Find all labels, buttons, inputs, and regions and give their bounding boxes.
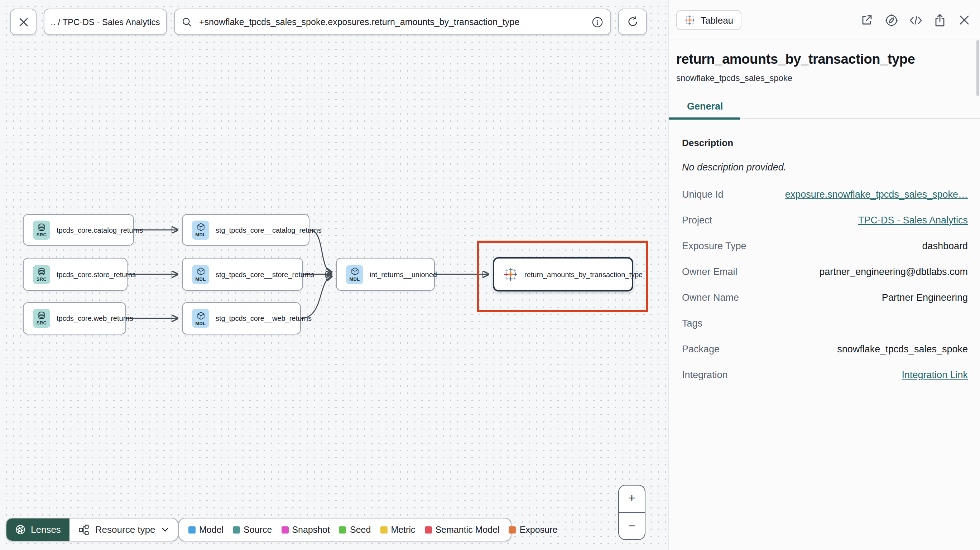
source-icon: SRC xyxy=(33,308,50,328)
open-external-button[interactable] xyxy=(860,13,874,27)
search-input[interactable] xyxy=(198,16,586,27)
model-icon: MDL xyxy=(346,265,363,284)
exposure-package-subtitle: snowflake_tpcds_sales_spoke xyxy=(676,73,973,83)
legend-item-source: Source xyxy=(233,525,272,535)
graph-node-source-web-returns[interactable]: SRC tpcds_core.web_returns xyxy=(23,302,126,334)
close-lineage-button[interactable] xyxy=(10,9,37,35)
code-button[interactable] xyxy=(908,13,923,27)
node-type-badge: SRC xyxy=(37,320,47,325)
panel-scrollbar[interactable] xyxy=(977,40,979,96)
share-button[interactable] xyxy=(933,13,947,27)
breadcrumb[interactable]: .. / TPC-DS - Sales Analytics xyxy=(44,9,167,35)
panel-tabs: General xyxy=(669,101,980,119)
node-label: tpcds_core.web_returns xyxy=(57,315,133,322)
info-icon[interactable]: i xyxy=(592,16,603,27)
resource-type-label: Resource type xyxy=(95,524,156,535)
legend-swatch xyxy=(509,526,516,533)
node-type-badge: MDL xyxy=(349,277,360,281)
search-icon xyxy=(182,17,192,27)
node-type-badge: SRC xyxy=(37,232,47,237)
legend-label: Exposure xyxy=(520,525,558,535)
resource-type-legend: Model Source Snapshot Seed Metric Semant… xyxy=(178,518,511,541)
integration-link[interactable]: Integration Link xyxy=(902,369,968,380)
unique-id-link[interactable]: exposure.snowflake_tpcds_sales_spoke… xyxy=(785,189,968,199)
panel-header: Tableau xyxy=(669,0,980,39)
legend-swatch xyxy=(281,526,288,533)
graph-node-stg-catalog-returns[interactable]: MDL stg_tpcds_core__catalog_returns xyxy=(182,214,309,246)
zoom-out-button[interactable]: − xyxy=(619,513,645,540)
refresh-lineage-button[interactable] xyxy=(618,9,647,35)
field-row-project: Project TPC-DS - Sales Analytics xyxy=(682,207,968,233)
legend-label: Source xyxy=(243,525,272,535)
legend-item-snapshot: Snapshot xyxy=(281,525,330,535)
legend-label: Metric xyxy=(391,525,415,535)
zoom-in-button[interactable]: + xyxy=(619,486,645,512)
field-label: Integration xyxy=(682,369,728,380)
field-row-owner-name: Owner Name Partner Engineering xyxy=(682,284,968,310)
metadata-fields: Unique Id exposure.snowflake_tpcds_sales… xyxy=(682,181,968,388)
source-icon: SRC xyxy=(33,265,50,284)
resource-type-dropdown[interactable]: Resource type xyxy=(70,518,178,541)
svg-text:i: i xyxy=(597,18,598,26)
graph-node-source-catalog-returns[interactable]: SRC tpcds_core.catalog_returns xyxy=(23,214,134,246)
field-label: Exposure Type xyxy=(682,240,746,251)
panel-header-actions xyxy=(860,13,971,27)
dbt-explorer-lineage-page: SRC tpcds_core.catalog_returns SRC tpcds… xyxy=(0,0,980,550)
field-row-package: Package snowflake_tpcds_sales_spoke xyxy=(682,336,968,362)
field-label: Project xyxy=(682,215,712,225)
field-row-unique-id: Unique Id exposure.snowflake_tpcds_sales… xyxy=(682,181,968,207)
field-label: Owner Email xyxy=(682,266,738,277)
graph-node-stg-web-returns[interactable]: MDL stg_tpcds_core__web_returns xyxy=(182,302,301,334)
field-value: snowflake_tpcds_sales_spoke xyxy=(837,343,968,354)
node-type-badge: SRC xyxy=(37,276,47,281)
description-empty-text: No description provided. xyxy=(682,162,968,173)
lenses-control-group: Lenses Resource type xyxy=(6,518,178,541)
node-label: stg_tpcds_core__store_returns xyxy=(216,270,315,278)
graph-node-exposure-selected[interactable]: return_amounts_by_transaction_type xyxy=(493,257,633,291)
exposure-title: return_amounts_by_transaction_type xyxy=(676,52,973,67)
close-panel-button[interactable] xyxy=(957,13,971,27)
node-label: return_amounts_by_transaction_type xyxy=(524,270,643,278)
aperture-icon xyxy=(15,524,26,535)
node-label: tpcds_core.store_returns xyxy=(57,270,136,278)
field-label: Owner Name xyxy=(682,292,739,302)
breadcrumb-label: .. / TPC-DS - Sales Analytics xyxy=(51,17,160,27)
lineage-search-bar[interactable]: i xyxy=(174,9,611,35)
chevron-down-icon xyxy=(161,526,169,534)
legend-swatch xyxy=(339,526,346,533)
graph-node-source-store-returns[interactable]: SRC tpcds_core.store_returns xyxy=(23,258,127,291)
explore-compass-button[interactable] xyxy=(884,13,898,27)
resource-type-icon xyxy=(78,524,89,535)
field-value: partner_engineering@dbtlabs.com xyxy=(819,266,968,277)
project-link[interactable]: TPC-DS - Sales Analytics xyxy=(858,215,968,225)
legend-item-semantic-model: Semantic Model xyxy=(425,525,499,535)
field-row-owner-email: Owner Email partner_engineering@dbtlabs.… xyxy=(682,259,968,284)
field-label: Unique Id xyxy=(682,189,724,199)
zoom-controls: + − xyxy=(618,485,646,540)
tableau-logo-icon xyxy=(504,267,518,281)
node-label: stg_tpcds_core__web_returns xyxy=(216,315,312,322)
panel-body: Description No description provided. Uni… xyxy=(669,138,980,388)
graph-node-int-returns-unioned[interactable]: MDL int_returns__unioned xyxy=(336,258,435,291)
lineage-canvas[interactable]: SRC tpcds_core.catalog_returns SRC tpcds… xyxy=(0,0,668,550)
graph-node-stg-store-returns[interactable]: MDL stg_tpcds_core__store_returns xyxy=(182,258,303,291)
legend-swatch xyxy=(380,526,387,533)
source-icon: SRC xyxy=(33,220,50,240)
model-icon: MDL xyxy=(192,265,209,284)
legend-item-metric: Metric xyxy=(380,525,415,535)
model-icon: MDL xyxy=(192,220,209,240)
legend-swatch xyxy=(233,526,240,533)
tab-general[interactable]: General xyxy=(669,101,740,118)
field-row-integration: Integration Integration Link xyxy=(682,362,968,388)
legend-label: Semantic Model xyxy=(435,525,499,535)
lenses-button[interactable]: Lenses xyxy=(6,518,70,541)
field-label: Tags xyxy=(682,318,702,328)
close-icon xyxy=(18,17,28,27)
field-row-tags: Tags xyxy=(682,310,968,336)
legend-swatch xyxy=(425,526,432,533)
exposure-details-panel: Tableau return_amounts_by_transaction_ty… xyxy=(668,0,980,550)
field-value: Partner Engineering xyxy=(882,292,968,302)
lenses-label: Lenses xyxy=(31,524,61,535)
field-value: dashboard xyxy=(922,240,968,251)
tableau-logo-icon xyxy=(684,14,695,26)
